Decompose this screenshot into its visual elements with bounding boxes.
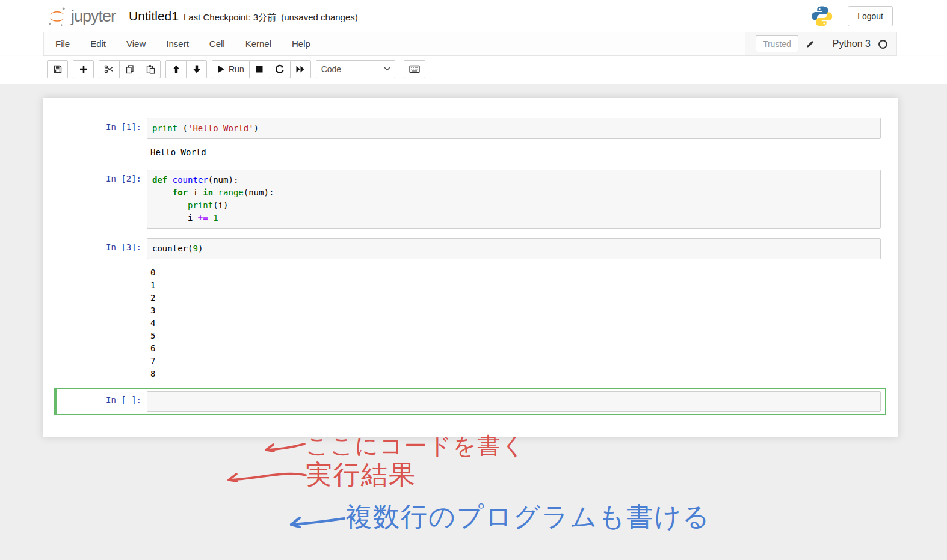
left-arrow-icon [286, 512, 347, 532]
play-icon [217, 65, 225, 73]
cut-cell-button[interactable] [99, 60, 120, 78]
menu-item-kernel[interactable]: Kernel [235, 32, 282, 56]
cell-output: 012345678 [147, 259, 881, 381]
output-line: 0 [150, 266, 881, 279]
output-line: Hello World [150, 146, 881, 159]
copy-icon [125, 64, 135, 74]
notebook-cell-4[interactable]: In [ ]: [54, 388, 886, 415]
code-line [152, 395, 875, 408]
code-input[interactable] [147, 391, 881, 412]
command-palette-button[interactable] [404, 60, 425, 78]
copy-cell-button[interactable] [119, 60, 140, 78]
keyboard-icon [409, 65, 420, 73]
pencil-icon[interactable] [806, 39, 815, 49]
output-line: 5 [150, 330, 881, 342]
input-prompt: In [3]: [55, 238, 147, 259]
run-button-label: Run [229, 64, 244, 74]
code-line: def counter(num): [152, 174, 875, 186]
jupyter-logo-text: jupyter [71, 7, 116, 26]
page-body: In [1]:print ('Hello World')Hello WorldI… [0, 84, 947, 560]
menu-items: File Edit View Insert Cell Kernel Help [44, 32, 321, 55]
menu-item-insert[interactable]: Insert [156, 32, 199, 56]
scissors-icon [104, 64, 114, 74]
restart-kernel-button[interactable] [270, 60, 291, 78]
code-line: print ('Hello World') [152, 122, 875, 135]
top-chrome: jupyter Untitled1 Last Checkpoint: 3分前 (… [0, 0, 947, 84]
output-line: 8 [150, 368, 881, 380]
annotation-text: 複数行のプログラムも書ける [345, 499, 711, 535]
interrupt-kernel-button[interactable] [249, 60, 270, 78]
insert-cell-button[interactable] [73, 60, 94, 78]
trusted-button[interactable]: Trusted [756, 35, 798, 52]
arrow-down-icon [192, 64, 202, 74]
run-cell-button[interactable]: Run [212, 60, 250, 78]
code-input[interactable]: def counter(num): for i in range(num): p… [147, 170, 881, 229]
kernel-idle-circle-icon [878, 39, 888, 49]
stop-icon [255, 65, 264, 73]
kernel-name: Python 3 [833, 38, 871, 49]
code-line: for i in range(num): [152, 186, 875, 199]
menu-item-view[interactable]: View [116, 32, 156, 56]
status-divider [824, 37, 824, 51]
input-prompt: In [ ]: [57, 391, 147, 412]
move-cell-up-button[interactable] [165, 60, 187, 78]
notebook-cell-1[interactable]: In [1]:print ('Hello World')Hello World [54, 115, 886, 163]
left-arrow-icon [224, 468, 308, 486]
header: jupyter Untitled1 Last Checkpoint: 3分前 (… [0, 0, 947, 32]
paste-icon [146, 64, 155, 74]
header-right: Logout [810, 0, 947, 32]
notebook-cell-2[interactable]: In [2]:def counter(num): for i in range(… [54, 167, 886, 232]
unsaved-changes: (unsaved changes) [281, 12, 358, 22]
plus-icon [79, 64, 88, 74]
menu-item-file[interactable]: File [44, 32, 80, 56]
output-line: 3 [150, 304, 881, 317]
left-arrow-icon [261, 440, 307, 456]
restart-run-all-button[interactable] [290, 60, 311, 78]
output-line: 1 [150, 279, 881, 292]
toolbar: Run Code [0, 56, 947, 84]
notebook-cell-3[interactable]: In [3]:counter(9)012345678 [54, 235, 886, 384]
jupyter-logo[interactable]: jupyter [47, 6, 116, 26]
arrow-up-icon [171, 64, 181, 74]
code-input[interactable]: print ('Hello World') [147, 118, 881, 139]
annotation-text: 実行結果 [306, 457, 416, 493]
cell-output: Hello World [147, 139, 881, 160]
code-line: counter(9) [152, 242, 875, 255]
menu-item-cell[interactable]: Cell [199, 32, 235, 56]
output-line: 7 [150, 355, 881, 368]
jupyter-logo-icon [47, 6, 67, 26]
notebook-title[interactable]: Untitled1 [129, 9, 179, 23]
python-logo-icon [810, 5, 833, 28]
notebook: In [1]:print ('Hello World')Hello WorldI… [43, 98, 898, 437]
fast-forward-icon [295, 65, 305, 73]
restart-icon [275, 64, 285, 74]
menu-item-help[interactable]: Help [282, 32, 321, 56]
code-input[interactable]: counter(9) [147, 238, 881, 259]
input-prompt: In [1]: [55, 118, 147, 139]
annotation-text: ここにコードを書く [306, 431, 526, 461]
output-line: 6 [150, 342, 881, 355]
paste-cell-button[interactable] [140, 60, 161, 78]
floppy-icon [53, 64, 63, 74]
menu-item-edit[interactable]: Edit [80, 32, 116, 56]
move-cell-down-button[interactable] [186, 60, 207, 78]
title-area: Untitled1 Last Checkpoint: 3分前 (unsaved … [129, 9, 358, 23]
kernel-status-area: Trusted Python 3 [745, 32, 896, 55]
cell-type-select[interactable]: Code [316, 60, 395, 78]
checkpoint-status: Last Checkpoint: 3分前 [184, 12, 276, 23]
logout-button[interactable]: Logout [848, 6, 893, 26]
code-line: i += 1 [152, 212, 875, 224]
output-line: 2 [150, 292, 881, 304]
output-line: 4 [150, 317, 881, 330]
menubar: File Edit View Insert Cell Kernel Help T… [43, 32, 897, 56]
notebook-cells: In [1]:print ('Hello World')Hello WorldI… [43, 115, 898, 415]
input-prompt: In [2]: [55, 170, 147, 229]
save-button[interactable] [47, 60, 68, 78]
menubar-row: File Edit View Insert Cell Kernel Help T… [0, 32, 947, 56]
code-line: print(i) [152, 199, 875, 212]
